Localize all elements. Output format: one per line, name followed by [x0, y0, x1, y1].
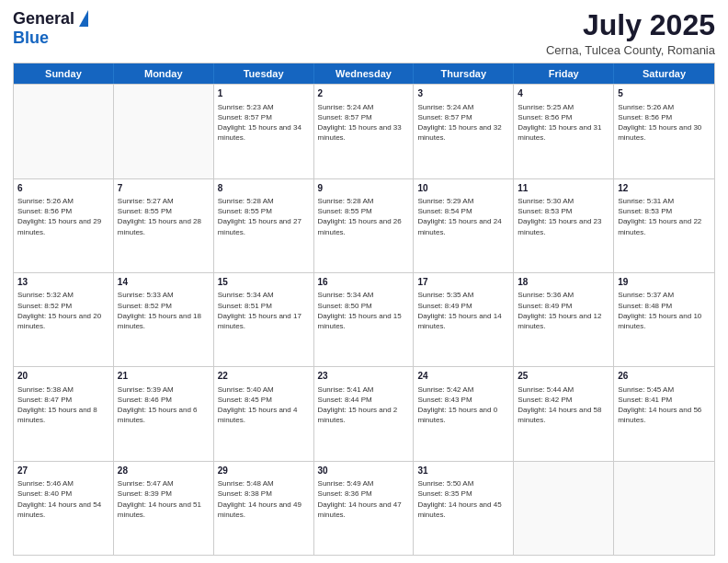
calendar-cell: 7Sunrise: 5:27 AM Sunset: 8:55 PM Daylig…: [114, 179, 214, 272]
calendar-cell: 24Sunrise: 5:42 AM Sunset: 8:43 PM Dayli…: [414, 367, 514, 460]
calendar-header-cell: Thursday: [414, 63, 514, 84]
day-number: 30: [318, 465, 410, 477]
cell-details: Sunrise: 5:33 AM Sunset: 8:52 PM Dayligh…: [118, 290, 210, 331]
calendar-row: 20Sunrise: 5:38 AM Sunset: 8:47 PM Dayli…: [14, 366, 714, 460]
cell-details: Sunrise: 5:35 AM Sunset: 8:49 PM Dayligh…: [417, 290, 509, 331]
day-number: 24: [417, 370, 509, 383]
day-number: 16: [318, 276, 410, 289]
cell-details: Sunrise: 5:32 AM Sunset: 8:52 PM Dayligh…: [17, 290, 109, 331]
day-number: 29: [218, 465, 310, 477]
calendar-row: 6Sunrise: 5:26 AM Sunset: 8:56 PM Daylig…: [14, 178, 714, 272]
calendar-cell: 10Sunrise: 5:29 AM Sunset: 8:54 PM Dayli…: [414, 179, 514, 272]
calendar-cell: 31Sunrise: 5:50 AM Sunset: 8:35 PM Dayli…: [414, 462, 514, 555]
calendar-header-cell: Tuesday: [214, 63, 314, 84]
cell-details: Sunrise: 5:29 AM Sunset: 8:54 PM Dayligh…: [417, 196, 509, 237]
cell-details: Sunrise: 5:28 AM Sunset: 8:55 PM Dayligh…: [218, 196, 310, 237]
calendar-cell: 5Sunrise: 5:26 AM Sunset: 8:56 PM Daylig…: [614, 85, 714, 178]
calendar-cell: 30Sunrise: 5:49 AM Sunset: 8:36 PM Dayli…: [314, 462, 415, 555]
cell-details: Sunrise: 5:46 AM Sunset: 8:40 PM Dayligh…: [17, 478, 109, 520]
calendar-row: 1Sunrise: 5:23 AM Sunset: 8:57 PM Daylig…: [14, 84, 714, 178]
title-block: July 2025 Cerna, Tulcea County, Romania: [546, 9, 715, 57]
cell-details: Sunrise: 5:42 AM Sunset: 8:43 PM Dayligh…: [417, 385, 509, 426]
day-number: 9: [318, 182, 410, 195]
calendar-cell: 19Sunrise: 5:37 AM Sunset: 8:48 PM Dayli…: [614, 273, 714, 366]
day-number: 5: [618, 87, 711, 100]
cell-details: Sunrise: 5:45 AM Sunset: 8:41 PM Dayligh…: [618, 385, 711, 426]
day-number: 20: [17, 370, 109, 383]
logo-general-text: General: [13, 9, 74, 29]
cell-details: Sunrise: 5:34 AM Sunset: 8:50 PM Dayligh…: [318, 290, 410, 331]
calendar-cell: 3Sunrise: 5:24 AM Sunset: 8:57 PM Daylig…: [414, 85, 514, 178]
cell-details: Sunrise: 5:23 AM Sunset: 8:57 PM Dayligh…: [218, 102, 310, 144]
calendar: SundayMondayTuesdayWednesdayThursdayFrid…: [13, 63, 715, 556]
day-number: 13: [17, 276, 109, 289]
cell-details: Sunrise: 5:30 AM Sunset: 8:53 PM Dayligh…: [518, 196, 609, 237]
cell-details: Sunrise: 5:49 AM Sunset: 8:36 PM Dayligh…: [318, 478, 410, 520]
day-number: 6: [17, 182, 109, 195]
calendar-cell: 15Sunrise: 5:34 AM Sunset: 8:51 PM Dayli…: [214, 273, 314, 366]
cell-details: Sunrise: 5:26 AM Sunset: 8:56 PM Dayligh…: [17, 196, 109, 237]
calendar-cell: 2Sunrise: 5:24 AM Sunset: 8:57 PM Daylig…: [314, 85, 415, 178]
cell-details: Sunrise: 5:48 AM Sunset: 8:38 PM Dayligh…: [218, 478, 310, 520]
calendar-cell: 11Sunrise: 5:30 AM Sunset: 8:53 PM Dayli…: [514, 179, 614, 272]
calendar-cell: 14Sunrise: 5:33 AM Sunset: 8:52 PM Dayli…: [114, 273, 214, 366]
day-number: 3: [417, 87, 509, 100]
day-number: 17: [417, 276, 509, 289]
calendar-cell: 6Sunrise: 5:26 AM Sunset: 8:56 PM Daylig…: [14, 179, 114, 272]
day-number: 21: [118, 370, 210, 383]
calendar-cell: 28Sunrise: 5:47 AM Sunset: 8:39 PM Dayli…: [114, 462, 214, 555]
subtitle: Cerna, Tulcea County, Romania: [546, 43, 715, 57]
day-number: 18: [518, 276, 609, 289]
calendar-body: 1Sunrise: 5:23 AM Sunset: 8:57 PM Daylig…: [14, 84, 714, 555]
calendar-cell: 21Sunrise: 5:39 AM Sunset: 8:46 PM Dayli…: [114, 367, 214, 460]
header: General Blue July 2025 Cerna, Tulcea Cou…: [13, 9, 715, 57]
day-number: 25: [518, 370, 609, 383]
day-number: 4: [518, 87, 609, 100]
calendar-cell: 1Sunrise: 5:23 AM Sunset: 8:57 PM Daylig…: [214, 85, 314, 178]
calendar-cell: [114, 85, 214, 178]
cell-details: Sunrise: 5:39 AM Sunset: 8:46 PM Dayligh…: [118, 385, 210, 426]
calendar-cell: 18Sunrise: 5:36 AM Sunset: 8:49 PM Dayli…: [514, 273, 614, 366]
calendar-cell: 26Sunrise: 5:45 AM Sunset: 8:41 PM Dayli…: [614, 367, 714, 460]
calendar-cell: 9Sunrise: 5:28 AM Sunset: 8:55 PM Daylig…: [314, 179, 415, 272]
calendar-header-cell: Saturday: [614, 63, 714, 84]
calendar-cell: [14, 85, 114, 178]
day-number: 19: [618, 276, 711, 289]
calendar-header-cell: Monday: [114, 63, 214, 84]
main-title: July 2025: [546, 9, 715, 41]
calendar-cell: 23Sunrise: 5:41 AM Sunset: 8:44 PM Dayli…: [314, 367, 415, 460]
cell-details: Sunrise: 5:28 AM Sunset: 8:55 PM Dayligh…: [318, 196, 410, 237]
calendar-cell: 12Sunrise: 5:31 AM Sunset: 8:53 PM Dayli…: [614, 179, 714, 272]
cell-details: Sunrise: 5:47 AM Sunset: 8:39 PM Dayligh…: [118, 478, 210, 520]
calendar-header-cell: Sunday: [14, 63, 114, 84]
cell-details: Sunrise: 5:24 AM Sunset: 8:57 PM Dayligh…: [417, 102, 509, 144]
logo: General Blue: [13, 9, 88, 48]
calendar-row: 27Sunrise: 5:46 AM Sunset: 8:40 PM Dayli…: [14, 461, 714, 555]
day-number: 14: [118, 276, 210, 289]
calendar-cell: 8Sunrise: 5:28 AM Sunset: 8:55 PM Daylig…: [214, 179, 314, 272]
calendar-cell: 17Sunrise: 5:35 AM Sunset: 8:49 PM Dayli…: [414, 273, 514, 366]
day-number: 1: [218, 87, 310, 100]
day-number: 12: [618, 182, 711, 195]
calendar-row: 13Sunrise: 5:32 AM Sunset: 8:52 PM Dayli…: [14, 272, 714, 366]
calendar-header-cell: Friday: [514, 63, 614, 84]
calendar-cell: 16Sunrise: 5:34 AM Sunset: 8:50 PM Dayli…: [314, 273, 415, 366]
cell-details: Sunrise: 5:38 AM Sunset: 8:47 PM Dayligh…: [17, 385, 109, 426]
cell-details: Sunrise: 5:31 AM Sunset: 8:53 PM Dayligh…: [618, 196, 711, 237]
logo-blue-text: Blue: [13, 29, 49, 48]
cell-details: Sunrise: 5:34 AM Sunset: 8:51 PM Dayligh…: [218, 290, 310, 331]
cell-details: Sunrise: 5:27 AM Sunset: 8:55 PM Dayligh…: [118, 196, 210, 237]
cell-details: Sunrise: 5:37 AM Sunset: 8:48 PM Dayligh…: [618, 290, 711, 331]
day-number: 15: [218, 276, 310, 289]
day-number: 7: [118, 182, 210, 195]
calendar-cell: 27Sunrise: 5:46 AM Sunset: 8:40 PM Dayli…: [14, 462, 114, 555]
calendar-cell: [614, 462, 714, 555]
day-number: 28: [118, 465, 210, 477]
calendar-cell: [514, 462, 614, 555]
cell-details: Sunrise: 5:36 AM Sunset: 8:49 PM Dayligh…: [518, 290, 609, 331]
cell-details: Sunrise: 5:40 AM Sunset: 8:45 PM Dayligh…: [218, 385, 310, 426]
calendar-header-row: SundayMondayTuesdayWednesdayThursdayFrid…: [14, 63, 714, 84]
calendar-cell: 13Sunrise: 5:32 AM Sunset: 8:52 PM Dayli…: [14, 273, 114, 366]
day-number: 22: [218, 370, 310, 383]
day-number: 26: [618, 370, 711, 383]
